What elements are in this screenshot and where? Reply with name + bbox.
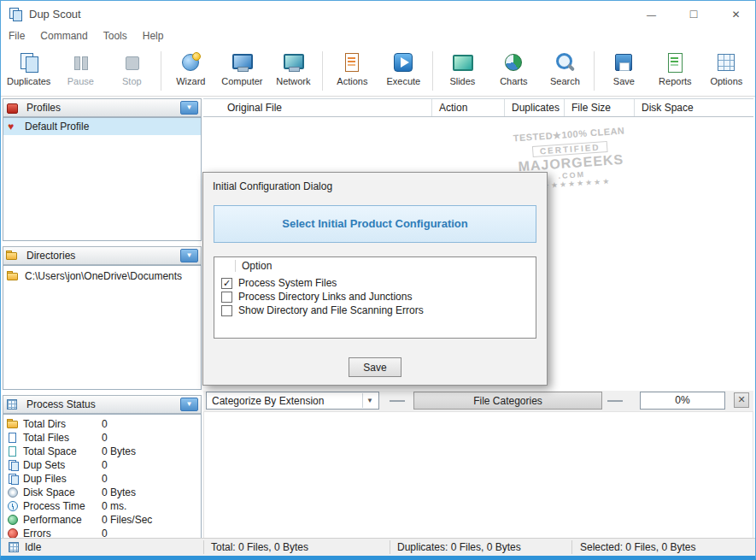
computer-icon xyxy=(231,51,253,74)
status-value: 0 xyxy=(102,473,197,485)
toolbar-separator xyxy=(594,51,595,91)
toolbar-button-duplicates[interactable]: Duplicates xyxy=(3,50,55,88)
dialog-title: Initial Configuration Dialog xyxy=(213,180,332,192)
toolbar-label-search: Search xyxy=(543,76,586,86)
menu-item-help[interactable]: Help xyxy=(135,27,172,45)
time-icon xyxy=(7,500,19,512)
toolbar-button-save[interactable]: Save xyxy=(598,50,649,88)
splitter-handle[interactable] xyxy=(390,400,405,402)
toolbar-button-charts[interactable]: Charts xyxy=(488,50,539,88)
toolbar-button-reports[interactable]: Reports xyxy=(649,50,700,88)
column-header-disk-space[interactable]: Disk Space xyxy=(635,99,753,116)
option-row-process-system-files[interactable]: ✓Process System Files xyxy=(214,276,536,290)
status-selected: Selected: 0 Files, 0 Bytes xyxy=(580,541,695,553)
categorize-select-value: Categorize By Extension xyxy=(212,395,324,407)
splitter-handle-2[interactable] xyxy=(607,400,623,402)
save-button[interactable]: Save xyxy=(349,357,401,377)
status-row-errors: Errors0 xyxy=(3,527,201,539)
status-duplicates: Duplicates: 0 Files, 0 Bytes xyxy=(397,541,521,553)
directory-path: C:\Users\jon\OneDrive\Documents xyxy=(25,270,182,282)
option-column-header[interactable]: Option xyxy=(214,257,536,274)
charts-icon xyxy=(502,51,525,74)
window-title: Dup Scout xyxy=(29,8,81,21)
profiles-dropdown-button[interactable] xyxy=(180,101,198,115)
toolbar-label-wizard: Wizard xyxy=(169,76,212,86)
menu-item-command[interactable]: Command xyxy=(32,27,95,45)
status-value: 0 Bytes xyxy=(102,486,197,498)
option-label: Process System Files xyxy=(238,277,337,289)
close-icon[interactable] xyxy=(717,1,755,27)
categorize-select[interactable]: Categorize By Extension xyxy=(206,392,379,410)
maximize-icon[interactable] xyxy=(675,1,713,27)
directories-dropdown-button[interactable] xyxy=(180,249,198,262)
checkbox-show-directory-and-file-scanning-errors[interactable] xyxy=(221,305,232,316)
option-column-label: Option xyxy=(242,260,272,272)
actions-icon xyxy=(341,51,363,74)
toolbar-button-stop[interactable]: Stop xyxy=(106,50,157,88)
column-header-original-file[interactable]: Original File xyxy=(203,99,432,116)
save-icon xyxy=(612,51,635,74)
toolbar-label-actions: Actions xyxy=(331,76,373,86)
status-value: 0 Bytes xyxy=(102,445,197,457)
search-icon xyxy=(554,51,576,74)
options-list: ✓Process System FilesProcess Directory L… xyxy=(214,276,536,317)
status-row-disk-space: Disk Space0 Bytes xyxy=(3,486,201,499)
folder-icon xyxy=(7,270,19,282)
status-idle: Idle xyxy=(25,541,41,553)
menu-item-tools[interactable]: Tools xyxy=(96,27,135,45)
toolbar-button-network[interactable]: Network xyxy=(267,50,319,88)
profile-item-default-profile[interactable]: Default Profile xyxy=(3,118,201,135)
status-row-total-dirs: Total Dirs0 xyxy=(3,417,201,431)
menu-item-file[interactable]: File xyxy=(1,27,32,45)
status-label: Dup Sets xyxy=(23,459,102,471)
app-icon xyxy=(9,7,22,21)
process-status-icon xyxy=(6,398,18,410)
checkbox-process-system-files[interactable]: ✓ xyxy=(221,278,232,289)
status-label: Disk Space xyxy=(23,486,102,498)
folder-icon xyxy=(6,250,18,262)
status-value: 0 Files/Sec xyxy=(102,514,197,526)
process-status-dropdown-button[interactable] xyxy=(180,398,198,411)
column-header-duplicates[interactable]: Duplicates xyxy=(505,99,565,116)
column-header-action[interactable]: Action xyxy=(432,99,505,116)
directory-item[interactable]: C:\Users\jon\OneDrive\Documents xyxy=(3,268,201,285)
toolbar-button-options[interactable]: Options xyxy=(700,50,752,88)
directories-panel-title: Directories xyxy=(26,250,180,262)
toolbar-button-slides[interactable]: Slides xyxy=(437,50,488,88)
option-row-show-directory-and-file-scanning-errors[interactable]: Show Directory and File Scanning Errors xyxy=(214,304,536,317)
statusbar-divider xyxy=(390,540,390,554)
toolbar-button-actions[interactable]: Actions xyxy=(326,50,378,88)
toolbar-button-search[interactable]: Search xyxy=(539,50,590,88)
file-categories-button[interactable]: File Categories xyxy=(413,392,602,410)
title-bar: Dup Scout xyxy=(1,1,755,27)
options-icon xyxy=(715,51,737,74)
minimize-icon[interactable] xyxy=(632,1,671,27)
toolbar-button-wizard[interactable]: Wizard xyxy=(165,50,216,88)
status-row-dup-sets: Dup Sets0 xyxy=(3,458,201,472)
statusbar-divider xyxy=(571,540,572,554)
toolbar-label-charts: Charts xyxy=(492,76,535,86)
option-label: Process Directory Links and Junctions xyxy=(238,291,412,303)
option-row-process-directory-links-and-junctions[interactable]: Process Directory Links and Junctions xyxy=(214,290,536,304)
directories-list: C:\Users\jon\OneDrive\Documents xyxy=(3,265,202,390)
toolbar-label-duplicates: Duplicates xyxy=(7,76,50,86)
statusbar-divider xyxy=(203,540,204,554)
toolbar-button-computer[interactable]: Computer xyxy=(216,50,267,88)
toolbar-button-execute[interactable]: Execute xyxy=(378,50,429,88)
status-label: Dup Files xyxy=(23,473,102,485)
toolbar-label-execute: Execute xyxy=(382,76,425,86)
toolbar-label-slides: Slides xyxy=(441,76,483,86)
status-label: Total Files xyxy=(23,432,102,444)
wizard-icon xyxy=(179,51,202,74)
process-status-panel-title: Process Status xyxy=(26,398,180,410)
column-header-file-size[interactable]: File Size xyxy=(565,99,635,116)
checkbox-process-directory-links-and-junctions[interactable] xyxy=(221,292,232,303)
status-row-dup-files: Dup Files0 xyxy=(3,472,201,486)
toolbar-label-options: Options xyxy=(705,76,747,86)
toolbar-button-pause[interactable]: Pause xyxy=(55,50,106,88)
close-panel-button[interactable] xyxy=(734,392,749,408)
status-row-performance: Performance0 Files/Sec xyxy=(3,513,201,527)
process-status-list: Total Dirs0Total Files0Total Space0 Byte… xyxy=(3,414,202,539)
status-label: Process Time xyxy=(23,500,102,512)
status-row-total-files: Total Files0 xyxy=(3,431,201,445)
